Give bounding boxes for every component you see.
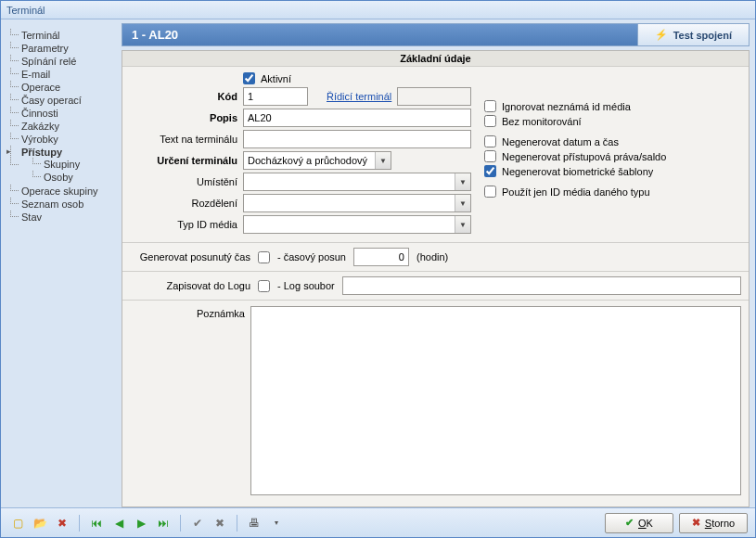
log-file-input[interactable]	[342, 276, 741, 295]
test-connection-button[interactable]: ⚡ Test spojení	[637, 24, 749, 45]
print-icon[interactable]: 🖶	[245, 514, 263, 532]
typ-id-media-select[interactable]	[243, 215, 471, 234]
nav-terminal[interactable]: Terminál	[8, 29, 118, 42]
first-icon[interactable]: ⏮	[87, 514, 106, 532]
storno-button[interactable]: ✖ Storno	[679, 513, 748, 533]
urceni-select[interactable]	[243, 151, 391, 170]
shift-time-input[interactable]	[353, 248, 409, 266]
shift-time-sublabel: - časový posun	[277, 251, 346, 263]
shift-time-checkbox[interactable]	[258, 251, 270, 263]
new-record-icon[interactable]: ▢	[8, 514, 27, 532]
rozdeleni-select[interactable]	[243, 194, 471, 212]
toolbar: ▢ 📂 ✖ ⏮ ◀ ▶ ⏭ ✔ ✖ 🖶 ▾	[8, 514, 286, 532]
panel-title: Základní údaje	[122, 51, 749, 67]
content-header: 1 - AL20 ⚡ Test spojení	[122, 23, 750, 46]
nav-seznam-osob[interactable]: Seznam osob	[8, 198, 118, 211]
note-textarea[interactable]	[250, 306, 741, 495]
text-na-terminalu-label: Text na terminálu	[122, 134, 243, 145]
test-connection-label: Test spojení	[673, 30, 732, 41]
popis-label: Popis	[122, 112, 243, 123]
nav-pristupy-osoby[interactable]: Osoby	[31, 171, 118, 184]
cancel-icon: ✖	[692, 517, 700, 529]
prev-icon[interactable]: ◀	[109, 514, 128, 532]
nav-cinnosti[interactable]: Činnosti	[8, 107, 118, 120]
rozdeleni-label: Rozdělení	[122, 198, 243, 209]
no-generate-biometric-checkbox[interactable]: Negenerovat biometrické šablony	[484, 165, 653, 177]
text-na-terminalu-input[interactable]	[243, 130, 471, 148]
open-record-icon[interactable]: 📂	[31, 514, 49, 532]
shift-time-unit: (hodin)	[416, 251, 448, 263]
window-title: Terminál	[1, 1, 755, 19]
umisteni-select[interactable]	[243, 173, 471, 191]
nav-email[interactable]: E-mail	[8, 68, 118, 81]
ridici-terminal-input[interactable]	[397, 87, 471, 106]
print-dropdown-icon[interactable]: ▾	[267, 514, 286, 532]
no-generate-datetime-checkbox[interactable]: Negenerovat datum a čas	[484, 135, 619, 147]
shift-time-label: Generovat posunutý čas	[130, 251, 250, 263]
nav-vyrobky[interactable]: Výrobky	[8, 133, 118, 146]
nav-pristupy[interactable]: Přístupy Skupiny Osoby	[8, 146, 118, 185]
storno-label: Storno	[705, 518, 735, 529]
note-label: Poznámka	[130, 306, 250, 319]
nav-stav[interactable]: Stav	[8, 211, 118, 224]
lightning-icon: ⚡	[655, 29, 668, 41]
nav-operace[interactable]: Operace	[8, 81, 118, 94]
sidebar: Terminál Parametry Spínání relé E-mail O…	[1, 19, 122, 507]
aktivni-checkbox[interactable]: Aktivní	[243, 72, 291, 84]
umisteni-label: Umístění	[122, 176, 243, 187]
no-generate-access-checkbox[interactable]: Negenerovat přístupová práva/saldo	[484, 150, 666, 162]
kod-input[interactable]	[243, 87, 308, 106]
ridici-terminal-link[interactable]: Řídicí terminál	[327, 91, 391, 102]
delete-record-icon[interactable]: ✖	[53, 514, 71, 532]
ok-button[interactable]: ✔ OK	[605, 513, 673, 533]
typ-id-media-label: Typ ID média	[122, 219, 243, 230]
nav-operace-skupiny[interactable]: Operace skupiny	[8, 185, 118, 198]
last-icon[interactable]: ⏭	[154, 514, 173, 532]
nav-parametry[interactable]: Parametry	[8, 42, 118, 55]
nav-spinani-rele[interactable]: Spínání relé	[8, 55, 118, 68]
ignore-unknown-ids-checkbox[interactable]: Ignorovat neznámá id média	[484, 100, 631, 112]
aktivni-label: Aktivní	[261, 73, 291, 84]
check-icon: ✔	[625, 517, 634, 529]
kod-label: Kód	[122, 91, 243, 102]
ok-label: OK	[638, 518, 653, 529]
popis-input[interactable]	[243, 109, 471, 127]
nav-casy-operaci[interactable]: Časy operací	[8, 94, 118, 107]
nav-pristupy-label: Přístupy	[21, 147, 62, 158]
rollback-icon[interactable]: ✖	[211, 514, 229, 532]
content-title: 1 - AL20	[122, 24, 637, 45]
nav-zakazky[interactable]: Zakázky	[8, 120, 118, 133]
log-sublabel: - Log soubor	[277, 280, 335, 291]
next-icon[interactable]: ▶	[132, 514, 150, 532]
no-monitoring-checkbox[interactable]: Bez monitorování	[484, 115, 582, 127]
nav-pristupy-skupiny[interactable]: Skupiny	[31, 158, 118, 171]
urceni-label: Určení terminálu	[122, 155, 243, 166]
log-label: Zapisovat do Logu	[130, 280, 250, 291]
commit-icon[interactable]: ✔	[188, 514, 207, 532]
use-only-type-id-checkbox[interactable]: Použít jen ID média daného typu	[484, 186, 650, 198]
log-checkbox[interactable]	[258, 280, 270, 292]
